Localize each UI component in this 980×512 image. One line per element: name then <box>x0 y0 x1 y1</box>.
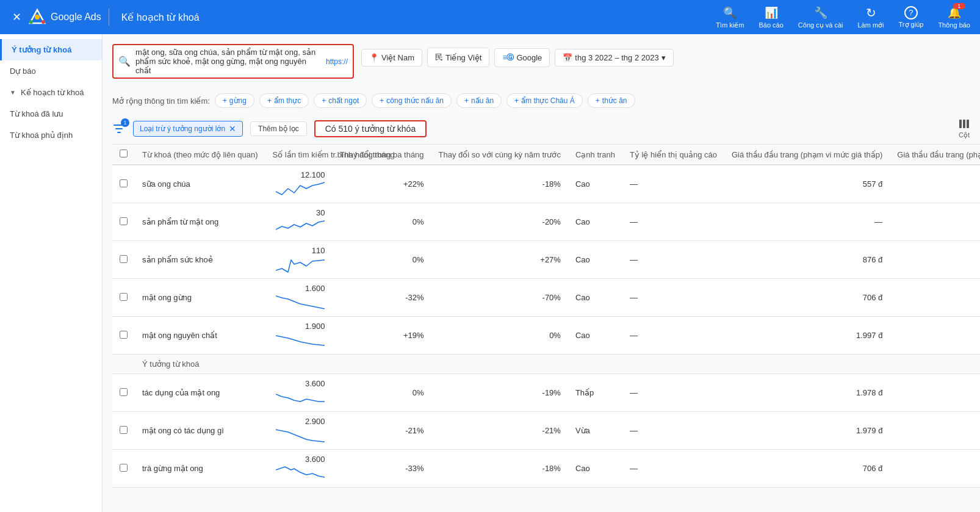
row-checkbox[interactable] <box>120 464 128 472</box>
impression-share-cell: — <box>622 374 724 412</box>
add-filter-label: Thêm bộ lọc <box>258 124 299 133</box>
search-nav-icon: 🔍 <box>722 5 737 20</box>
remove-filter-button[interactable]: ✕ <box>229 124 236 134</box>
expand-chip-am-thuc-chau-a[interactable]: + ẩm thực Châu Á <box>506 93 583 108</box>
change-3mo-cell: -21% <box>332 412 431 450</box>
row-checkbox[interactable] <box>120 179 128 187</box>
app-name: Google Ads <box>51 12 101 23</box>
language-label: Tiếng Việt <box>445 53 481 62</box>
avg-monthly-cell: 30 <box>265 203 332 241</box>
table-row: trà gừng mật ong 3.600 -33% -18% Cao — 7… <box>112 450 980 488</box>
keyword-table: Từ khoá (theo mức độ liên quan) Số lần t… <box>112 144 980 488</box>
col-header-competition: Cạnh tranh <box>568 145 622 165</box>
col-header-change-3mo: Thay đổi trong ba tháng <box>332 145 431 165</box>
row-checkbox[interactable] <box>120 426 128 434</box>
impression-share-cell: — <box>622 317 724 355</box>
sidebar: Ý tưởng từ khoá Dự báo ▼ Kế hoạch từ kho… <box>0 34 103 512</box>
help-nav-label: Trợ giúp <box>899 21 924 29</box>
expand-chip-chat-ngot[interactable]: + chất ngọt <box>314 93 367 108</box>
plus-icon-chat-ngot: + <box>322 96 326 105</box>
location-icon: 📍 <box>369 53 379 62</box>
keyword-cell: mật ong nguyên chất <box>135 317 265 355</box>
keyword-cell: sản phẩm từ mật ong <box>135 203 265 241</box>
avg-monthly-cell: 1.600 <box>265 279 332 317</box>
add-filter-button[interactable]: Thêm bộ lọc <box>250 121 307 136</box>
change-3mo-cell: -32% <box>332 279 431 317</box>
expand-label: Mở rộng thông tin tìm kiếm: <box>112 96 210 106</box>
logo-area: Google Ads <box>29 9 109 26</box>
change-yoy-cell: -70% <box>431 279 568 317</box>
bid-low-cell: 706 đ <box>724 279 890 317</box>
change-3mo-cell: +22% <box>332 165 431 203</box>
sidebar-item-du-bao[interactable]: Dự báo <box>0 60 102 82</box>
report-nav-icon: 📊 <box>764 5 779 20</box>
keyword-search-bar[interactable]: 🔍 mật ong, sữa ong chúa, sản phẩm từ mật… <box>112 44 354 79</box>
bid-high-cell: 7.900 đ <box>890 450 980 488</box>
competition-cell: Cao <box>568 241 622 279</box>
active-filter-label: Loại trừ ý tưởng người lớn <box>140 124 225 133</box>
sidebar-label-phu-dinh: Từ khoá phủ định <box>10 131 73 140</box>
row-checkbox[interactable] <box>120 217 128 225</box>
impression-share-cell: — <box>622 241 724 279</box>
col-header-keyword: Từ khoá (theo mức độ liên quan) <box>135 145 265 165</box>
change-3mo-cell: 0% <box>332 203 431 241</box>
refresh-nav-action[interactable]: ↻ Làm mới <box>858 5 884 29</box>
notification-nav-action[interactable]: 🔔 Thông báo <box>938 5 970 29</box>
avg-monthly-cell: 2.900 <box>265 412 332 450</box>
google-ads-logo-icon <box>29 9 46 26</box>
table-row: mật ong có tác dụng gì 2.900 -21% -21% V… <box>112 412 980 450</box>
content-area: 🔍 mật ong, sữa ong chúa, sản phẩm từ mật… <box>103 34 980 512</box>
expand-chip-am-thuc[interactable]: + ẩm thực <box>259 93 309 108</box>
bid-high-cell: 2.008 đ <box>890 374 980 412</box>
expand-chip-nau-an[interactable]: + nấu ăn <box>456 93 502 108</box>
report-nav-action[interactable]: 📊 Báo cáo <box>758 5 783 29</box>
bid-high-cell: 4.469 đ <box>890 241 980 279</box>
search-engine-chip[interactable]: ≡Ⓖ Google <box>494 48 550 67</box>
date-range-chip[interactable]: 📅 thg 3 2022 – thg 2 2023 ▾ <box>555 49 673 67</box>
result-count-label: Có 510 ý tưởng từ khóa <box>325 124 416 134</box>
col-header-impression-share: Tỷ lệ hiển thị quảng cáo <box>622 145 724 165</box>
expand-chip-gung[interactable]: + gừng <box>215 93 254 108</box>
search-nav-action[interactable]: 🔍 Tìm kiếm <box>716 5 744 29</box>
sidebar-item-y-tuong-tu-khoa[interactable]: Ý tưởng từ khoá <box>0 39 102 60</box>
expand-chip-cong-thuc[interactable]: + công thức nấu ăn <box>372 93 452 108</box>
table-row: mật ong gừng 1.600 -32% -70% Cao — 706 đ… <box>112 279 980 317</box>
impression-share-cell: — <box>622 450 724 488</box>
sidebar-item-ke-hoach[interactable]: ▼ Kế hoạch từ khoá <box>0 82 102 103</box>
close-button[interactable]: ✕ <box>10 8 24 26</box>
help-nav-action[interactable]: ? Trợ giúp <box>899 6 924 29</box>
nav-actions: 🔍 Tìm kiếm 📊 Báo cáo 🔧 Công cụ và cài ↻ … <box>716 5 970 29</box>
row-checkbox[interactable] <box>120 331 128 339</box>
active-filter-tag: Loại trừ ý tưởng người lớn ✕ <box>133 121 243 137</box>
column-toggle-button[interactable]: Cột <box>958 118 970 139</box>
row-checkbox[interactable] <box>120 255 128 263</box>
competition-cell: Cao <box>568 450 622 488</box>
location-chip[interactable]: 📍 Việt Nam <box>361 49 422 67</box>
change-yoy-cell: -18% <box>431 450 568 488</box>
tools-nav-action[interactable]: 🔧 Công cụ và cài <box>798 5 843 29</box>
change-yoy-cell: -19% <box>431 374 568 412</box>
filter-button[interactable]: 1 <box>112 122 126 135</box>
competition-cell: Cao <box>568 165 622 203</box>
expand-chip-thuc-an[interactable]: + thức ăn <box>588 93 635 108</box>
row-checkbox[interactable] <box>120 293 128 301</box>
plus-icon-am-thuc-chau-a: + <box>514 96 519 105</box>
avg-monthly-cell: 3.600 <box>265 374 332 412</box>
bid-low-cell: 706 đ <box>724 450 890 488</box>
language-chip[interactable]: ⺠ Tiếng Việt <box>427 48 489 67</box>
avg-monthly-cell: 3.600 <box>265 450 332 488</box>
row-checkbox[interactable] <box>120 388 128 396</box>
change-yoy-cell: -18% <box>431 165 568 203</box>
col-header-bid-low: Giá thầu đầu trang (phạm vi mức giá thấp… <box>724 145 890 165</box>
bid-low-cell: 876 đ <box>724 241 890 279</box>
bid-high-cell: — <box>890 203 980 241</box>
refresh-nav-label: Làm mới <box>858 21 884 29</box>
sidebar-item-tu-khoa-phu-dinh[interactable]: Từ khoá phủ định <box>0 124 102 146</box>
plus-icon-thuc-an: + <box>596 96 600 105</box>
keyword-cell: sữa ong chúa <box>135 165 265 203</box>
select-all-checkbox[interactable] <box>120 150 128 157</box>
competition-cell: Cao <box>568 317 622 355</box>
sidebar-item-tu-khoa-da-luu[interactable]: Từ khoá đã lưu <box>0 103 102 124</box>
table-row: sản phẩm từ mật ong 30 0% -20% Cao — — — <box>112 203 980 241</box>
tools-nav-icon: 🔧 <box>813 5 828 20</box>
